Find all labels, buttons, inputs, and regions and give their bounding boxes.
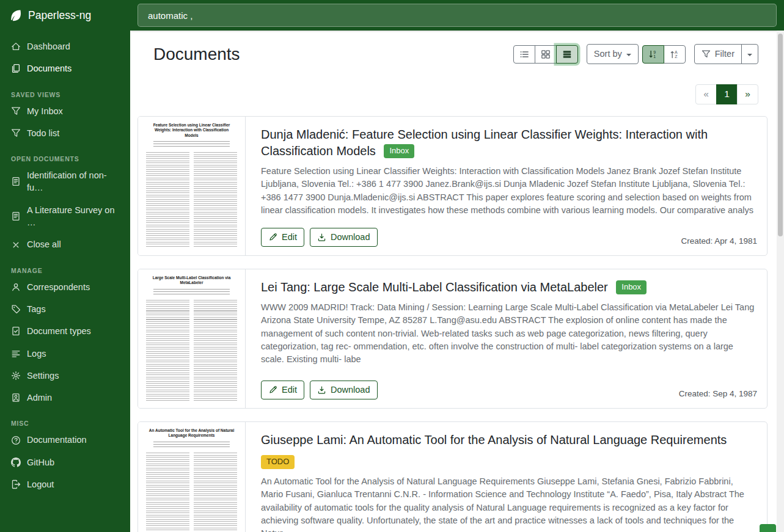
topbar — [130, 0, 784, 31]
document-title: Dunja Mladenić: Feature Selection using … — [261, 126, 757, 159]
tag-badge[interactable]: TODO — [261, 455, 295, 469]
sidebar-section-manage: MANAGE — [11, 267, 119, 274]
document-thumbnail[interactable]: An Automatic Tool for the Analysis of Na… — [138, 422, 246, 532]
document-title-link[interactable]: Giuseppe Lami: An Automatic Tool for the… — [261, 433, 727, 446]
document-card-body: Lei Tang: Large Scale Multi-Label Classi… — [246, 269, 767, 408]
sidebar-item-github[interactable]: GitHub — [0, 451, 130, 473]
document-thumbnail[interactable]: Feature Selection using Linear Classifie… — [138, 117, 246, 255]
sidebar-item-label: A Literature Survey on … — [27, 204, 119, 229]
pagination-next-button[interactable]: » — [737, 84, 758, 104]
document-card-body: Giuseppe Lami: An Automatic Tool for the… — [246, 422, 767, 532]
document-title-link[interactable]: Dunja Mladenić: Feature Selection using … — [261, 128, 708, 158]
sidebar-item-open-doc-2[interactable]: A Literature Survey on … — [0, 199, 130, 234]
sort-by-dropdown[interactable]: Sort by — [587, 44, 639, 64]
sidebar-item-label: Logs — [27, 348, 46, 360]
edit-button[interactable]: Edit — [261, 228, 304, 247]
search-input[interactable] — [137, 4, 777, 27]
filter-label: Filter — [715, 48, 735, 60]
sidebar-item-label: Identification of non-fu… — [27, 169, 119, 194]
sort-by-label: Sort by — [594, 48, 622, 60]
thumbnail-page: Feature Selection using Linear Classifie… — [138, 117, 245, 255]
sidebar-item-logout[interactable]: Logout — [0, 473, 130, 495]
pagination-page-1-button[interactable]: 1 — [716, 84, 738, 104]
scrollbar-thumb[interactable] — [778, 34, 783, 236]
main-content: Documents Sort by — [130, 31, 777, 532]
sidebar-item-label: My Inbox — [27, 105, 63, 117]
thumbnail-authors-block — [153, 289, 230, 296]
sidebar-section-misc: MISC — [11, 420, 119, 427]
sidebar-item-label: Document types — [27, 325, 91, 337]
filter-dropdown-toggle[interactable] — [741, 44, 758, 64]
sidebar: Paperless-ng Dashboard Documents SAVED V… — [0, 0, 130, 532]
filter-group: Filter — [694, 44, 758, 64]
sidebar-item-label: Documents — [27, 62, 71, 75]
filter-button[interactable]: Filter — [694, 44, 742, 64]
document-title-link[interactable]: Lei Tang: Large Scale Multi-Label Classi… — [261, 280, 608, 294]
sidebar-item-label: Settings — [27, 370, 59, 382]
document-card: Feature Selection using Linear Classifie… — [137, 116, 768, 256]
sidebar-item-open-doc-1[interactable]: Identification of non-fu… — [0, 164, 130, 199]
download-button-label: Download — [331, 231, 370, 244]
thumbnail-paper-title: Feature Selection using Linear Classifie… — [147, 123, 236, 138]
sort-descending-button[interactable] — [642, 45, 664, 64]
sidebar-item-dashboard[interactable]: Dashboard — [0, 35, 130, 57]
sidebar-item-my-inbox[interactable]: My Inbox — [0, 100, 130, 122]
file-check-icon — [11, 326, 21, 336]
list-icon — [11, 349, 21, 359]
sidebar-item-label: GitHub — [27, 456, 54, 468]
sidebar-item-correspondents[interactable]: Correspondents — [0, 276, 130, 298]
grid-view-icon — [541, 49, 551, 59]
person-badge-icon — [11, 393, 21, 403]
funnel-icon — [11, 128, 21, 138]
sidebar-item-settings[interactable]: Settings — [0, 365, 130, 387]
sidebar-item-documentation[interactable]: Documentation — [0, 429, 130, 451]
view-mode-group — [513, 45, 578, 64]
sidebar-item-logs[interactable]: Logs — [0, 343, 130, 365]
question-circle-icon — [11, 435, 21, 445]
view-controls: Sort by Filter — [513, 44, 758, 64]
document-actions: Edit Download Created: Sep 4, 1987 — [261, 379, 757, 402]
sidebar-item-documents[interactable]: Documents — [0, 57, 130, 79]
download-button[interactable]: Download — [310, 381, 378, 399]
pencil-icon — [268, 233, 277, 242]
download-button[interactable]: Download — [310, 228, 378, 247]
tag-badge[interactable]: Inbox — [384, 144, 414, 158]
sidebar-item-label: Correspondents — [27, 281, 90, 293]
app-brand-name: Paperless-ng — [28, 9, 91, 22]
sidebar-item-label: Admin — [27, 392, 52, 404]
view-grid-button[interactable] — [535, 45, 557, 64]
sidebar-item-tags[interactable]: Tags — [0, 298, 130, 320]
document-thumbnail[interactable]: Large Scale Multi-Label Classification v… — [138, 269, 246, 408]
sidebar-item-todo-list[interactable]: Todo list — [0, 122, 130, 144]
created-date: Created: Apr 4, 1981 — [681, 236, 757, 247]
created-date: Created: Sep 4, 1987 — [679, 389, 757, 399]
paperless-leaf-logo-icon — [9, 9, 23, 22]
sort-ascending-button[interactable] — [664, 45, 686, 64]
scroll-to-top-button[interactable] — [760, 524, 776, 532]
close-icon — [11, 240, 21, 250]
thumbnail-paper-title: Large Scale Multi-Label Classification v… — [147, 275, 236, 286]
vertical-scrollbar[interactable] — [777, 31, 784, 532]
view-list-button[interactable] — [513, 45, 535, 64]
sidebar-item-close-all[interactable]: Close all — [0, 233, 130, 255]
caret-down-icon — [626, 54, 631, 56]
funnel-icon — [702, 49, 711, 59]
sort-numeric-down-icon — [648, 49, 658, 59]
details-view-icon — [562, 49, 572, 59]
edit-button[interactable]: Edit — [261, 381, 304, 399]
pagination-prev-button[interactable]: « — [695, 84, 717, 104]
pagination: « 1 » — [137, 84, 758, 104]
view-details-button[interactable] — [556, 45, 578, 64]
files-icon — [11, 64, 21, 73]
sidebar-item-label: Documentation — [27, 434, 87, 446]
app-brand[interactable]: Paperless-ng — [0, 0, 130, 31]
caret-down-icon — [747, 54, 752, 56]
file-text-icon — [11, 211, 21, 221]
sidebar-section-open-documents: OPEN DOCUMENTS — [11, 155, 119, 162]
sidebar-item-document-types[interactable]: Document types — [0, 320, 130, 342]
sort-direction-group — [642, 45, 686, 64]
sidebar-item-label: Dashboard — [27, 40, 70, 53]
page-title: Documents — [153, 43, 240, 66]
tag-badge[interactable]: Inbox — [616, 280, 647, 294]
sidebar-item-admin[interactable]: Admin — [0, 387, 130, 409]
